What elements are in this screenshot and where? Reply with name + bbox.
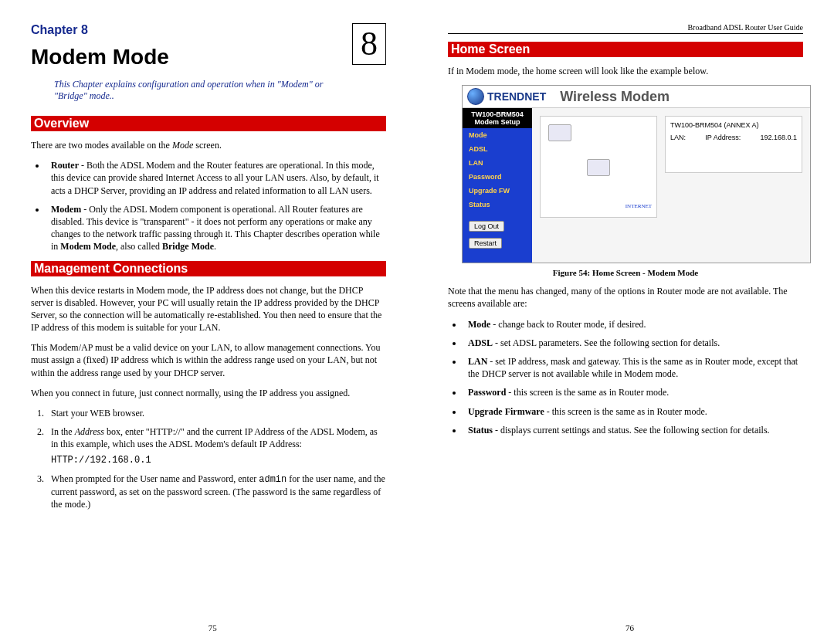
diagram-node-icon [548,124,571,141]
term-modem-mode: Modem Mode [60,241,116,252]
page-right: Broadband ADSL Router User Guide Home Sc… [417,0,834,644]
section-heading-management: Management Connections [31,261,386,276]
nav-adsl[interactable]: ADSL [463,142,532,156]
model-line: TW100-BRM504 [464,110,531,118]
mgmt-p3: When you connect in future, just connect… [31,387,386,399]
info-row-lan: LAN: IP Address: 192.168.0.1 [670,134,797,141]
text: - displays current settings and status. … [493,425,770,436]
brand-text: TRENDNET [487,90,546,103]
info-panel: TW100-BRM504 (ANNEX A) LAN: IP Address: … [665,116,802,173]
term-status: Status [468,425,493,436]
text: When prompted for the User name and Pass… [51,473,259,484]
text: - Both the ADSL Modem and the Router fea… [51,160,379,195]
info-ip-value: 192.168.0.1 [760,134,797,141]
screenshot-main: INTERNET TW100-BRM504 (ANNEX A) LAN: IP … [532,108,810,263]
term-bridge-mode: Bridge Mode [162,241,214,252]
note-paragraph: Note that the menu has changed, many of … [448,285,803,310]
list-item: In the Address box, enter "HTTP://" and … [46,425,386,466]
network-diagram: INTERNET [540,116,657,218]
code-url: HTTP://192.168.0.1 [51,454,386,466]
info-lan-label: LAN: [670,134,686,141]
term-password: Password [468,387,506,398]
text: . [214,241,216,252]
list-item: Upgrade Firmware - this screen is the sa… [463,405,803,418]
text: - this screen is the same as in Router m… [544,406,707,417]
info-title: TW100-BRM504 (ANNEX A) [670,121,797,129]
overview-list: Router - Both the ADSL Modem and the Rou… [46,159,386,253]
text: - set IP address, mask and gateway. This… [468,356,798,379]
home-paragraph: If in Modem mode, the home screen will l… [448,65,803,77]
doc-header: Broadband ADSL Router User Guide [448,23,803,34]
logout-button[interactable]: Log Out [469,221,504,232]
overview-paragraph: There are two modes available on the Mod… [31,139,386,151]
nav-status[interactable]: Status [463,198,532,212]
screenshot-title: Wireless Modem [560,89,670,105]
term-lan: LAN [468,356,487,367]
screenshot-header: TRENDNET Wireless Modem [463,86,810,108]
chapter-intro: This Chapter explains configuration and … [54,79,348,102]
model-sub: Modem Setup [464,118,531,126]
page-left: Chapter 8 8 Modem Mode This Chapter expl… [0,0,417,644]
brand-logo: TRENDNET [467,88,546,105]
page-number-right: 76 [626,623,634,632]
mgmt-steps: Start your WEB browser. In the Address b… [46,407,386,510]
nav-upgrade[interactable]: Upgrade FW [463,184,532,198]
nav-mode[interactable]: Mode [463,128,532,142]
term-upgrade-fw: Upgrade Firmware [468,406,544,417]
nav-password[interactable]: Password [463,170,532,184]
text: - this screen is the same as in Router m… [506,387,669,398]
text: screen. [193,140,222,151]
nav-lan[interactable]: LAN [463,156,532,170]
term-router: Router [51,160,79,171]
mgmt-p1: When this device restarts in Modem mode,… [31,284,386,334]
globe-icon [467,88,484,105]
diagram-internet-label: INTERNET [626,203,652,209]
section-heading-home: Home Screen [448,42,803,57]
model-label: TW100-BRM504 Modem Setup [463,108,532,128]
overview-mode-em: Mode [172,140,193,151]
page-number-left: 75 [208,623,217,632]
chapter-title: Modem Mode [31,45,386,69]
address-em: Address [75,426,104,437]
list-item: Mode - change back to Router mode, if de… [463,318,803,330]
list-item: Status - displays current settings and s… [463,424,803,436]
chapter-number-box: 8 [352,23,386,65]
diagram-router-icon [587,159,610,176]
text: - set ADSL parameters. See the following… [493,337,720,348]
figure-caption: Figure 54: Home Screen - Modem Mode [448,268,803,277]
list-item: Password - this screen is the same as in… [463,386,803,398]
screenshot-body: TW100-BRM504 Modem Setup Mode ADSL LAN P… [463,108,810,263]
list-item: When prompted for the User name and Pass… [46,473,386,511]
mgmt-p2: This Modem/AP must be a valid device on … [31,341,386,379]
list-item: Modem - Only the ADSL Modem component is… [46,203,386,253]
text: In the [51,426,75,437]
list-item: Router - Both the ADSL Modem and the Rou… [46,159,386,197]
home-screenshot: TRENDNET Wireless Modem TW100-BRM504 Mod… [462,85,811,263]
term-mode: Mode [468,319,490,330]
restart-button[interactable]: Restart [469,238,502,249]
text: - change back to Router mode, if desired… [490,319,646,330]
section-heading-overview: Overview [31,116,386,131]
text: , also called [116,241,162,252]
code-admin: admin [259,474,286,485]
term-modem: Modem [51,204,81,215]
list-item: Start your WEB browser. [46,407,386,419]
screens-list: Mode - change back to Router mode, if de… [463,318,803,436]
chapter-label: Chapter 8 [31,23,88,37]
list-item: LAN - set IP address, mask and gateway. … [463,355,803,380]
term-adsl: ADSL [468,337,493,348]
text: There are two modes available on the [31,140,172,151]
screenshot-sidebar: TW100-BRM504 Modem Setup Mode ADSL LAN P… [463,108,532,263]
list-item: ADSL - set ADSL parameters. See the foll… [463,337,803,349]
info-ip-label: IP Address: [705,134,741,141]
